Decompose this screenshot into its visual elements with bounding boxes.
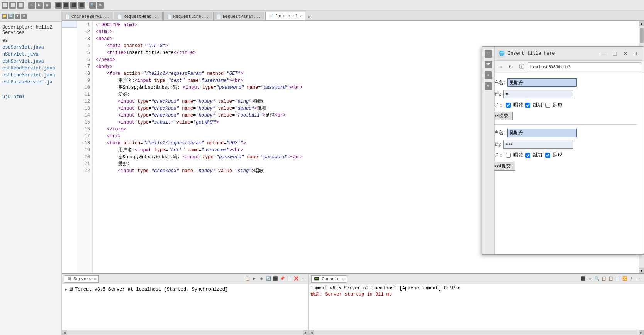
form1-password-input[interactable] xyxy=(503,90,573,98)
browser-window: □ 🗺 ★ ⚙ 🌐 Insert title here — □ ✕ + ← → … xyxy=(482,46,644,255)
code-line-3: <head> xyxy=(96,36,302,42)
console-minimize[interactable]: — xyxy=(636,276,642,282)
servers-tab-close[interactable]: ✕ xyxy=(94,277,96,281)
browser-settings-icon[interactable]: ⚙ xyxy=(485,82,492,90)
server-tool-8[interactable]: ❌ xyxy=(293,276,299,282)
form2-dance-checkbox[interactable] xyxy=(525,153,530,158)
tab-chinese-servlet[interactable]: 📄 ChineseServl... xyxy=(62,12,113,20)
console-tool-6[interactable]: 📄 xyxy=(615,276,621,282)
console-tool-8[interactable]: ⬇ xyxy=(629,276,635,282)
toolbar-icon-1[interactable]: ⬜ xyxy=(2,2,8,9)
tab-request-head[interactable]: 📄 RequestHead... xyxy=(114,12,163,20)
sidebar-tool-3[interactable]: ▼ xyxy=(15,14,20,19)
servers-panel-content: ▶ 🖥 Tomcat v8.5 Server at localhost [Sta… xyxy=(62,284,308,330)
form1-football-checkbox[interactable] xyxy=(545,103,550,108)
console-scroll-track[interactable] xyxy=(314,331,639,335)
console-tool-3[interactable]: 🔍 xyxy=(594,276,600,282)
toolbar-icon-11[interactable]: 🔍 xyxy=(89,2,96,9)
server-expand-icon[interactable]: ▶ xyxy=(65,287,67,292)
browser-close-btn[interactable]: ✕ xyxy=(621,49,630,58)
sidebar-item-uju-html[interactable]: uju.html xyxy=(0,93,61,100)
browser-address-bar[interactable] xyxy=(528,62,641,71)
browser-bookmark-icon[interactable]: ★ xyxy=(485,71,492,79)
tab-form-html[interactable]: 📄 form.html ✕ xyxy=(265,12,305,20)
server-tool-5[interactable]: ⬛ xyxy=(272,276,278,282)
toolbar-icon-4[interactable]: ▷ xyxy=(28,2,35,9)
servers-h-scrollbar[interactable]: ◀ ▶ xyxy=(62,330,308,335)
toolbar-icon-7[interactable]: ⬛ xyxy=(55,2,62,9)
toolbar-icon-9[interactable]: ⬛ xyxy=(70,2,77,9)
scrollbar-down-btn[interactable]: ▼ xyxy=(639,268,644,273)
browser-sidebar-icon[interactable]: □ xyxy=(485,50,492,58)
server-minimize[interactable]: — xyxy=(300,276,306,282)
line-num-15: 15 xyxy=(77,119,92,126)
sidebar-item-estline-servlet[interactable]: estLineServlet.java xyxy=(0,72,61,79)
tab-request-line[interactable]: 📄 RequestLine... xyxy=(163,12,212,20)
server-tool-2[interactable]: ▶ xyxy=(251,276,258,282)
tab-file-icon-2: 📄 xyxy=(117,14,122,19)
servers-toolbar-right: 📋 ▶ ◉ 🔄 ⬛ 📌 📄 ❌ — xyxy=(244,276,306,282)
console-tab-close[interactable]: ✕ xyxy=(342,277,344,281)
form1-username-input[interactable] xyxy=(507,78,577,87)
line-num-19: 19 xyxy=(77,147,92,154)
console-tool-7[interactable]: 🔀 xyxy=(622,276,628,282)
browser-minimize-btn[interactable]: — xyxy=(600,49,608,58)
form1-sing-checkbox[interactable] xyxy=(506,103,511,108)
browser-info-btn[interactable]: ⓘ xyxy=(517,62,526,71)
toolbar-icon-3[interactable]: ⬜ xyxy=(17,2,24,9)
server-tool-6[interactable]: 📌 xyxy=(279,276,285,282)
sidebar-tool-2[interactable]: 🔄 xyxy=(8,14,14,19)
console-scroll-right[interactable]: ▶ xyxy=(639,330,644,335)
toolbar-icon-2[interactable]: ⬜ xyxy=(9,2,16,9)
server-tool-4[interactable]: 🔄 xyxy=(265,276,271,282)
line-num-22: 22 xyxy=(77,168,92,174)
servers-scroll-left[interactable]: ◀ xyxy=(62,330,67,335)
console-tab[interactable]: 📟 Console ✕ xyxy=(311,275,347,283)
sidebar-item-esh-servlet[interactable]: eshServlet.java xyxy=(0,58,61,65)
console-tool-5[interactable]: 📋 xyxy=(608,276,614,282)
toolbar-sep-3 xyxy=(87,2,87,9)
sidebar-item-estparam-servlet[interactable]: estParamServlet.ja xyxy=(0,79,61,86)
form1-dance-checkbox[interactable] xyxy=(525,103,530,108)
sidebar-tool-4[interactable]: ⚙ xyxy=(21,14,27,19)
sidebar-item-ese-servlet[interactable]: eseServlet.java xyxy=(0,44,61,51)
server-tool-1[interactable]: 📋 xyxy=(244,276,251,282)
browser-new-tab-btn[interactable]: + xyxy=(632,49,641,58)
code-line-20: 密&nbsp;&nbsp;&nbsp;码: <input type="passw… xyxy=(96,154,302,161)
browser-maximize-btn[interactable]: □ xyxy=(610,49,619,58)
sidebar-item-n-servlet[interactable]: nServlet.java xyxy=(0,51,61,58)
browser-map-icon[interactable]: 🗺 xyxy=(485,61,492,68)
server-list-item[interactable]: ▶ 🖥 Tomcat v8.5 Server at localhost [Sta… xyxy=(63,286,307,293)
form2-sing-checkbox[interactable] xyxy=(506,153,511,158)
sidebar-item-esthead-servlet[interactable]: estHeadServlet.java xyxy=(0,65,61,72)
toolbar-icon-10[interactable]: ⬛ xyxy=(78,2,85,9)
form2-password-input[interactable] xyxy=(503,140,573,149)
code-line-16: </form> xyxy=(96,126,302,133)
toolbar-icon-6[interactable]: ◉ xyxy=(44,2,51,9)
servers-tab[interactable]: 🖥 Servers ✕ xyxy=(64,275,99,283)
console-tool-1[interactable]: ⬛ xyxy=(580,276,586,282)
tab-overflow[interactable]: » xyxy=(306,14,313,20)
toolbar-icon-12[interactable]: ⚙ xyxy=(97,2,104,9)
console-h-scrollbar[interactable]: ◀ ▶ xyxy=(309,330,644,335)
sidebar-item-es[interactable]: es xyxy=(0,37,61,44)
server-tool-7[interactable]: 📄 xyxy=(286,276,292,282)
console-scroll-left[interactable]: ◀ xyxy=(309,330,314,335)
console-tool-4[interactable]: 📋 xyxy=(601,276,607,282)
servers-scroll-track[interactable] xyxy=(67,331,303,335)
servers-scroll-right[interactable]: ▶ xyxy=(303,330,308,335)
form2-football-checkbox[interactable] xyxy=(545,153,550,158)
browser-reload-btn[interactable]: ↻ xyxy=(506,62,515,71)
server-tool-3[interactable]: ◉ xyxy=(258,276,264,282)
tab-close-icon[interactable]: ✕ xyxy=(299,14,301,19)
form2-username-input[interactable] xyxy=(507,129,577,137)
toolbar-icon-8[interactable]: ⬛ xyxy=(63,2,69,9)
toolbar-icon-5[interactable]: ▶ xyxy=(36,2,43,9)
scrollbar-thumb[interactable] xyxy=(640,28,644,43)
code-line-1: <!DOCTYPE html> xyxy=(96,22,302,29)
sidebar-tool-1[interactable]: 📁 xyxy=(2,14,7,19)
tab-request-param[interactable]: 📄 RequestParam... xyxy=(213,12,264,20)
browser-forward-btn[interactable]: → xyxy=(495,62,505,71)
scrollbar-up-btn[interactable]: ▲ xyxy=(639,21,644,26)
console-tool-2[interactable]: ✕ xyxy=(587,276,593,282)
